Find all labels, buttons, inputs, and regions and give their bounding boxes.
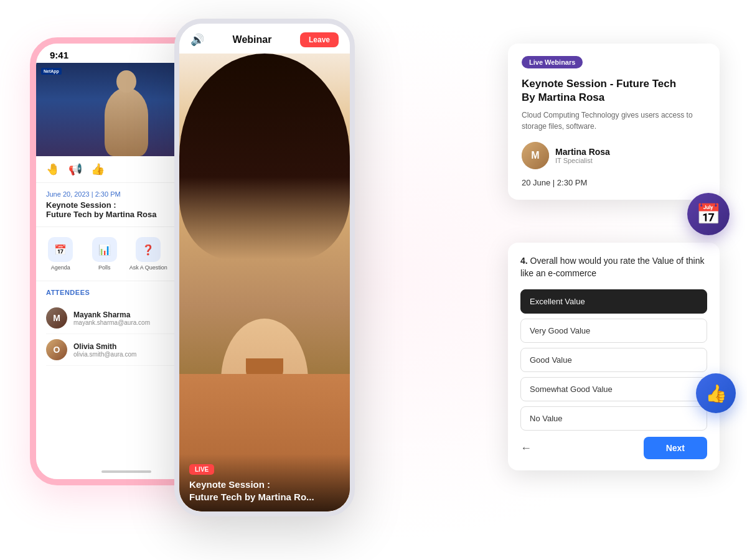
volume-icon[interactable]: 🔊 bbox=[190, 33, 204, 47]
question-number: 4. bbox=[520, 256, 528, 266]
attendee-info-0: Mayank Sharma mayank.sharma@aura.com bbox=[73, 310, 150, 326]
attendee-name-0: Mayank Sharma bbox=[73, 310, 150, 319]
live-webinars-badge: Live Webinars bbox=[522, 56, 583, 68]
floating-calendar-icon: 📅 bbox=[687, 193, 730, 235]
survey-question: 4. Overall how would you rate the Value … bbox=[520, 255, 707, 279]
phone1-time: 9:41 bbox=[50, 50, 68, 60]
phone2-header: 🔊 Webinar Leave bbox=[179, 24, 350, 54]
netapp-banner-left: NetApp bbox=[41, 68, 62, 75]
back-button[interactable]: ← bbox=[520, 442, 532, 455]
agenda-label: Agenda bbox=[51, 264, 70, 271]
survey-card: 4. Overall how would you rate the Value … bbox=[508, 243, 720, 470]
presenter-name: Martina Rosa bbox=[555, 147, 610, 157]
attendee-info-1: Olivia Smith olivia.smith@aura.com bbox=[73, 342, 136, 358]
webinar-info-card: Live Webinars Keynote Session - Future T… bbox=[508, 44, 720, 200]
ask-question-feature[interactable]: ❓ Ask A Question bbox=[129, 237, 168, 271]
survey-option-3[interactable]: Somewhat Good Value bbox=[520, 377, 707, 401]
agenda-icon: 📅 bbox=[48, 237, 73, 262]
polls-feature[interactable]: 📊 Polls bbox=[85, 237, 125, 271]
attendee-avatar-1: O bbox=[46, 339, 67, 360]
card-session-title: Keynote Session - Future Tech By Martina… bbox=[522, 77, 706, 105]
polls-icon: 📊 bbox=[92, 237, 117, 262]
ask-question-label: Ask A Question bbox=[129, 264, 167, 271]
presenter-avatar: M bbox=[522, 142, 549, 169]
overlay-session-title: Keynote Session : Future Tech by Martina… bbox=[189, 478, 340, 503]
presenter-info: Martina Rosa IT Specialist bbox=[555, 147, 610, 164]
calendar-emoji: 📅 bbox=[696, 202, 721, 226]
thumbsup-icon[interactable]: 👍 bbox=[91, 162, 105, 176]
survey-option-1[interactable]: Very Good Value bbox=[520, 319, 707, 343]
leave-button[interactable]: Leave bbox=[300, 32, 339, 47]
floating-thumbsup-icon: 👍 bbox=[696, 373, 736, 413]
wave-icon[interactable]: 🤚 bbox=[46, 162, 60, 176]
attendee-name-1: Olivia Smith bbox=[73, 342, 136, 351]
phone2-title: Webinar bbox=[233, 34, 272, 45]
attendee-email-1: olivia.smith@aura.com bbox=[73, 351, 136, 358]
survey-option-0[interactable]: Excellent Value bbox=[520, 289, 707, 314]
agenda-feature[interactable]: 📅 Agenda bbox=[41, 237, 80, 271]
attendee-avatar-0: M bbox=[46, 307, 67, 329]
phone2-video: LIVE Keynote Session : Future Tech by Ma… bbox=[179, 54, 350, 511]
next-button[interactable]: Next bbox=[644, 437, 707, 459]
attendee-email-0: mayank.sharma@aura.com bbox=[73, 319, 150, 326]
phone2-overlay: LIVE Keynote Session : Future Tech by Ma… bbox=[179, 454, 350, 511]
question-text: Overall how would you rate the Value of … bbox=[520, 256, 704, 278]
survey-option-4[interactable]: No Value bbox=[520, 406, 707, 431]
polls-label: Polls bbox=[98, 264, 111, 271]
thumbs-up-emoji: 👍 bbox=[705, 383, 727, 404]
survey-navigation: ← Next bbox=[520, 437, 707, 459]
ask-question-icon: ❓ bbox=[136, 237, 161, 262]
card-description: Cloud Computing Technology gives users a… bbox=[522, 110, 706, 132]
phone2-device: 🔊 Webinar Leave LIVE Keynote Session : F… bbox=[174, 19, 355, 516]
megaphone-icon[interactable]: 📢 bbox=[68, 162, 82, 176]
presenter-role: IT Specialist bbox=[555, 157, 610, 164]
live-tag: LIVE bbox=[189, 464, 214, 475]
survey-option-2[interactable]: Good Value bbox=[520, 348, 707, 372]
card-date: 20 June | 2:30 PM bbox=[522, 178, 706, 187]
card-presenter: M Martina Rosa IT Specialist bbox=[522, 142, 706, 169]
